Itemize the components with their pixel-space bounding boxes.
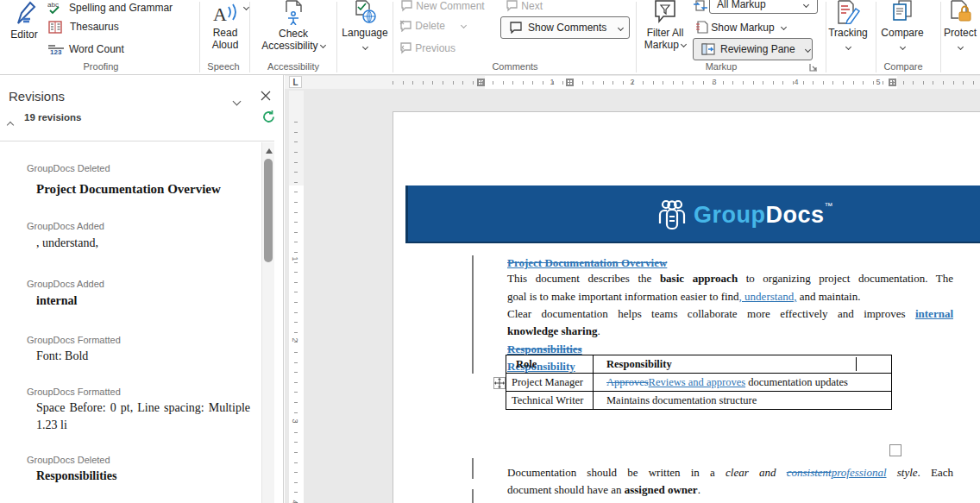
roles-table[interactable]: Role Responsibility Project Manager Appr… (506, 355, 892, 410)
comment-bubble-icon (400, 0, 413, 12)
ruler-number: 5 (876, 78, 880, 86)
revision-author-action: GroupDocs Formatted (27, 335, 121, 345)
show-markup-button[interactable]: Show Markup (695, 21, 786, 34)
pane-close-icon[interactable] (261, 91, 271, 101)
tab-selector[interactable]: L (289, 76, 302, 88)
group-separator (636, 2, 637, 72)
new-comment-button[interactable]: New Comment (400, 0, 485, 12)
table-row: Role Responsibility (506, 355, 892, 374)
revision-content[interactable]: Project Documentation Overview (36, 180, 254, 198)
delete-comment-button[interactable]: Delete (399, 20, 466, 32)
revisions-pane-title: Revisions (9, 89, 65, 104)
ruler-number: 2 (630, 78, 634, 86)
ruler-number: 3 (291, 418, 299, 423)
table-column-marker[interactable] (477, 79, 485, 86)
next-comment-button[interactable]: Next (506, 0, 543, 12)
group-separator (249, 2, 250, 72)
compare-label: Compare (878, 27, 927, 39)
vertical-ruler[interactable]: 1 2 3 4 (289, 91, 304, 503)
thesaurus-icon (48, 21, 63, 34)
chevron-down-icon (957, 44, 963, 50)
table-cell[interactable]: Project Manager (506, 374, 594, 392)
revisions-collapse-icon[interactable] (8, 116, 13, 131)
next-comment-label: Next (521, 0, 543, 12)
paragraph-line[interactable]: Documentation should be written in a cle… (507, 464, 953, 481)
group-separator (393, 2, 393, 72)
change-bar (472, 489, 474, 503)
table-row: Project Manager ApprovesReviews and appr… (506, 374, 892, 392)
table-column-marker[interactable] (566, 79, 574, 86)
refresh-icon[interactable] (261, 110, 276, 124)
all-markup-dropdown[interactable]: All Markup (709, 0, 818, 14)
accessibility-icon (282, 0, 305, 25)
table-header-cell[interactable]: Responsibility (594, 355, 892, 374)
table-resize-handle[interactable] (889, 444, 901, 456)
pane-collapse-chevron-icon[interactable] (234, 94, 240, 110)
chevron-down-icon (361, 44, 368, 50)
editor-pen-icon (11, 0, 37, 26)
inserted-text: Reviews and approves (649, 376, 745, 388)
table-cell[interactable]: ApprovesReviews and approves documentati… (594, 374, 892, 392)
chevron-down-icon (845, 44, 851, 50)
revision-content[interactable]: Space Before: 0 pt, Line spacing: Multip… (36, 399, 250, 434)
table-move-handle-icon[interactable] (493, 377, 506, 389)
pane-scrollbar[interactable] (261, 142, 274, 503)
table-cell[interactable]: Technical Writer (506, 392, 594, 410)
table-header-cell[interactable]: Role (506, 355, 594, 374)
ruler-number: 1 (291, 256, 299, 261)
ruler-number: 3 (712, 78, 716, 86)
check-accessibility-button[interactable]: Check Accessibility (254, 0, 332, 52)
paragraph-line[interactable]: document should have an assigned owner. (507, 481, 953, 499)
language-globe-icon (353, 0, 377, 24)
table-column-marker[interactable] (889, 79, 896, 86)
revisions-list: GroupDocs Deleted Project Documentation … (0, 141, 274, 503)
svg-text:abc: abc (47, 1, 59, 9)
scrollbar-up-arrow[interactable] (266, 148, 273, 154)
show-comments-button[interactable]: Show Comments (500, 16, 630, 39)
table-row: Technical Writer Maintains documentation… (506, 392, 892, 410)
scrollbar-thumb[interactable] (264, 159, 273, 262)
revision-content[interactable]: Font: Bold (36, 348, 254, 365)
revision-author-action: GroupDocs Added (27, 221, 104, 231)
delete-comment-icon (399, 20, 412, 32)
previous-comment-button[interactable]: Previous (399, 42, 455, 54)
markup-group-label: Markup (706, 61, 738, 72)
revisions-count: 19 revisions (24, 112, 81, 123)
show-comments-label: Show Comments (528, 22, 606, 34)
deleted-heading[interactable]: Project Documentation Overview (507, 255, 953, 272)
table-cell[interactable]: Maintains documentation structure (594, 392, 892, 410)
revision-author-action: GroupDocs Added (27, 279, 104, 289)
comment-bubble-icon (509, 22, 523, 34)
protect-button[interactable]: Protect (940, 0, 980, 53)
editor-button[interactable]: Editor (5, 0, 43, 41)
logo-text-group: Group (694, 202, 766, 229)
language-button[interactable]: Language (338, 0, 392, 53)
compare-icon (889, 0, 915, 24)
dialog-launcher-icon[interactable] (809, 63, 818, 72)
accessibility-group-label: Accessibility (267, 61, 319, 72)
reviewing-pane-button[interactable]: Reviewing Pane (693, 38, 813, 60)
horizontal-ruler[interactable]: L 1 2 3 4 5 (285, 76, 980, 89)
revision-content[interactable]: , understand, (36, 235, 254, 252)
svg-text:123: 123 (50, 48, 62, 55)
compare-group-label: Compare (883, 61, 922, 72)
tracking-label: Tracking (826, 27, 870, 39)
revision-content[interactable]: Responsibilities (36, 468, 254, 485)
paragraph-line[interactable]: goal is to make important information ea… (507, 288, 953, 305)
deleted-text: Approves (606, 376, 649, 388)
paragraph-line[interactable]: This document describes the basic approa… (507, 270, 953, 287)
revision-author-action: GroupDocs Formatted (27, 387, 121, 397)
paragraph-line[interactable]: knowledge sharing. (507, 323, 953, 340)
chevron-down-icon (805, 46, 811, 52)
spellcheck-icon: abc (47, 1, 63, 15)
change-bar (472, 255, 474, 374)
chevron-down-icon (320, 42, 326, 48)
read-aloud-button[interactable]: A Read Aloud (204, 0, 247, 51)
compare-button[interactable]: Compare (878, 0, 927, 53)
tracking-button[interactable]: Tracking (826, 0, 870, 53)
all-markup-icon (693, 0, 708, 13)
revision-content[interactable]: internal (36, 292, 254, 310)
delete-comment-label: Delete (415, 20, 445, 32)
paragraph-line[interactable]: Clear documentation helps teams collabor… (507, 305, 953, 323)
filter-all-markup-button[interactable]: Filter All Markup (639, 0, 691, 51)
